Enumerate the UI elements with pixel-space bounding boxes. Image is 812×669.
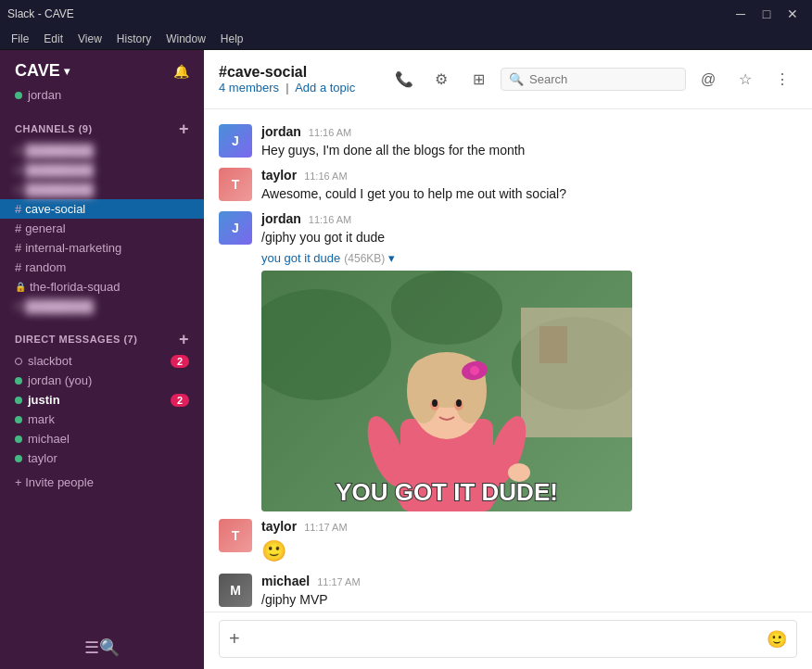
dm-item-michael[interactable]: michael (0, 429, 204, 448)
workspace-header: CAVE ▾ 🔔 (0, 50, 204, 88)
message-text: 🙂 (261, 536, 797, 566)
channel-meta: 4 members | Add a topic (219, 81, 378, 95)
dm-section-header[interactable]: DIRECT MESSAGES (7) + (0, 323, 204, 351)
menu-file[interactable]: File (4, 31, 36, 47)
at-icon[interactable]: @ (693, 65, 723, 95)
maximize-button[interactable]: □ (755, 2, 779, 26)
close-button[interactable]: ✕ (780, 2, 805, 26)
star-icon[interactable]: ☆ (730, 65, 760, 95)
invite-people-button[interactable]: + Invite people (0, 468, 204, 497)
user-name: jordan (28, 88, 61, 102)
channels-label: CHANNELS (9) (15, 123, 93, 134)
svg-point-18 (432, 399, 438, 407)
main-content: #cave-social 4 members | Add a topic 📞 ⚙… (204, 50, 812, 669)
svg-rect-3 (521, 308, 632, 437)
minimize-button[interactable]: ─ (729, 2, 753, 26)
dm-status-dot (15, 377, 22, 385)
user-status-dot (15, 92, 22, 99)
channel-item-random[interactable]: # random (0, 258, 204, 277)
message-group: M michael 11:17 AM /giphy MVP (219, 574, 797, 610)
message-author: taylor (261, 519, 297, 534)
message-header: jordan 11:16 AM (261, 211, 797, 226)
channel-item-general[interactable]: # general (0, 219, 204, 238)
sidebar-footer: ☰🔍 (0, 626, 204, 669)
dm-item-slackbot[interactable]: slackbot 2 (0, 351, 204, 371)
message-content: michael 11:17 AM /giphy MVP (261, 574, 797, 610)
channel-item-the-florida-squad[interactable]: 🔒 the-florida-squad (0, 277, 204, 297)
message-time: 11:16 AM (304, 170, 347, 182)
message-group: J jordan 11:16 AM Hey guys, I'm done all… (219, 124, 797, 160)
dm-label: DIRECT MESSAGES (7) (15, 334, 137, 345)
emoji-icon[interactable]: 🙂 (767, 629, 787, 650)
svg-point-12 (407, 359, 440, 423)
dm-status-dot (15, 416, 22, 423)
channel-info: #cave-social 4 members | Add a topic (219, 64, 378, 95)
svg-point-2 (391, 271, 502, 345)
message-content: jordan 11:16 AM Hey guys, I'm done all t… (261, 124, 797, 160)
message-time: 11:17 AM (304, 522, 347, 533)
settings-icon[interactable]: ⚙ (426, 65, 456, 95)
titlebar-controls: ─ □ ✕ (729, 2, 805, 26)
add-channel-icon[interactable]: + (179, 120, 189, 137)
dm-status-dot (15, 397, 22, 404)
message-header: taylor 11:17 AM (261, 519, 797, 534)
message-author: jordan (261, 124, 301, 139)
giphy-svg: YOU GOT IT DUDE! (261, 271, 632, 511)
messages-area: J jordan 11:16 AM Hey guys, I'm done all… (204, 109, 812, 612)
giphy-label[interactable]: you got it dude (456KB) ▾ (261, 251, 797, 265)
channel-item-cave-social[interactable]: # cave-social (0, 199, 204, 219)
menu-view[interactable]: View (70, 31, 109, 47)
message-content: jordan 11:16 AM /giphy you got it dude y… (261, 211, 797, 511)
message-text: /giphy you got it dude (261, 228, 797, 247)
message-header: michael 11:17 AM (261, 574, 797, 588)
add-topic-link[interactable]: Add a topic (295, 81, 355, 95)
svg-point-0 (261, 289, 391, 400)
channel-item-blurred4[interactable]: # ████████ (0, 297, 204, 316)
message-author: michael (261, 574, 310, 588)
search-icon: 🔍 (509, 72, 524, 86)
menu-history[interactable]: History (109, 31, 159, 47)
dm-item-jordan[interactable]: jordan (you) (0, 371, 204, 390)
dm-item-justin[interactable]: justin 2 (0, 390, 204, 410)
message-input[interactable] (247, 632, 759, 647)
message-text: Hey guys, I'm done all the blogs for the… (261, 141, 797, 160)
lock-icon: 🔒 (15, 282, 26, 292)
bell-icon[interactable]: 🔔 (173, 64, 189, 79)
dm-item-taylor[interactable]: taylor (0, 448, 204, 468)
message-header: taylor 11:16 AM (261, 168, 797, 183)
dm-status-dot (15, 455, 22, 462)
add-dm-icon[interactable]: + (179, 331, 189, 347)
svg-rect-4 (539, 326, 567, 363)
workspace-chevron-icon: ▾ (64, 65, 70, 78)
header-actions: 📞 ⚙ ⊞ 🔍 @ ☆ ⋮ (389, 65, 797, 95)
titlebar-title: Slack - CAVE (7, 7, 74, 20)
workspace-name[interactable]: CAVE ▾ (15, 61, 70, 81)
avatar: T (219, 168, 252, 201)
message-content: taylor 11:17 AM 🙂 (261, 519, 797, 566)
channel-item-internal-marketing[interactable]: # internal-marketing (0, 238, 204, 258)
svg-text:YOU GOT IT DUDE!: YOU GOT IT DUDE! (336, 478, 558, 506)
channel-item-blurred2[interactable]: # ████████ (0, 160, 204, 180)
menu-help[interactable]: Help (213, 31, 251, 47)
menu-edit[interactable]: Edit (36, 31, 70, 47)
dm-item-mark[interactable]: mark (0, 410, 204, 429)
channel-item-blurred3[interactable]: # ████████ (0, 180, 204, 199)
add-attachment-icon[interactable]: + (229, 628, 240, 650)
menu-window[interactable]: Window (159, 31, 213, 47)
more-icon[interactable]: ⋮ (768, 65, 797, 95)
layout-icon[interactable]: ⊞ (463, 65, 493, 95)
call-icon[interactable]: 📞 (389, 65, 419, 95)
svg-point-19 (456, 399, 462, 407)
channels-section-header[interactable]: CHANNELS (9) + (0, 113, 204, 141)
channel-item-blurred1[interactable]: # ████████ (0, 141, 204, 160)
dm-status-dot (15, 435, 22, 443)
avatar: T (219, 519, 252, 552)
sidebar: CAVE ▾ 🔔 jordan CHANNELS (9) + # ███████… (0, 50, 204, 669)
user-status: jordan (0, 88, 204, 113)
message-author: jordan (261, 211, 301, 226)
message-time: 11:17 AM (317, 576, 360, 587)
search-input[interactable] (529, 72, 678, 86)
search-box[interactable]: 🔍 (501, 68, 686, 91)
search-history-icon[interactable]: ☰🔍 (84, 637, 120, 658)
message-text: /giphy MVP (261, 590, 797, 610)
